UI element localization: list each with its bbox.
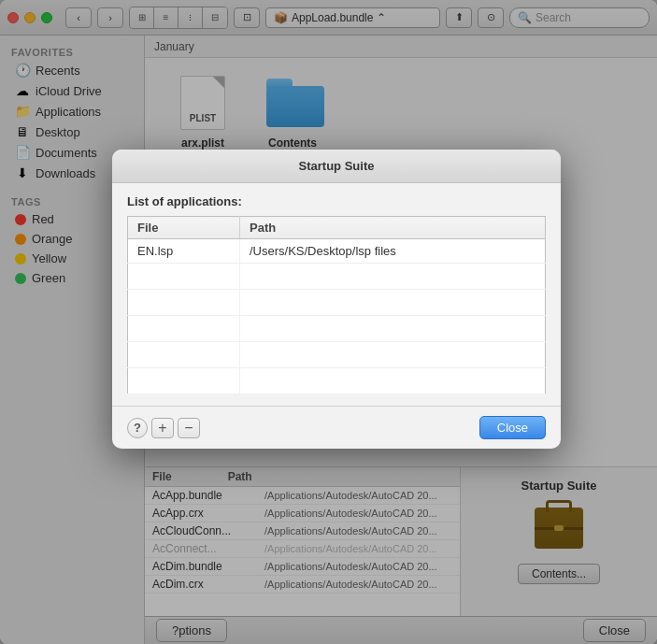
modal-list-label: List of applications: (127, 194, 546, 208)
modal-footer-left: ? + − (127, 418, 200, 438)
empty-cell (128, 316, 240, 342)
modal-empty-row (128, 368, 546, 394)
empty-cell (240, 342, 546, 368)
empty-cell (128, 342, 240, 368)
modal-title: Startup Suite (112, 150, 561, 183)
modal-empty-row (128, 290, 546, 316)
modal-col-path: Path (240, 217, 546, 239)
modal-overlay: Startup Suite List of applications: File… (0, 0, 657, 644)
startup-suite-modal: Startup Suite List of applications: File… (112, 150, 561, 449)
empty-cell (128, 264, 240, 290)
empty-cell (240, 316, 546, 342)
empty-cell (240, 264, 546, 290)
remove-button[interactable]: − (178, 418, 200, 438)
modal-row-file: EN.lsp (128, 239, 240, 264)
modal-body: List of applications: File Path EN.lsp /… (112, 183, 561, 406)
modal-table-row[interactable]: EN.lsp /Users/KS/Desktop/lsp files (128, 239, 546, 264)
empty-cell (240, 368, 546, 394)
add-button[interactable]: + (151, 418, 174, 438)
empty-cell (240, 290, 546, 316)
empty-cell (128, 290, 240, 316)
help-button[interactable]: ? (127, 418, 148, 438)
modal-empty-row (128, 316, 546, 342)
modal-table: File Path EN.lsp /Users/KS/Desktop/lsp f… (127, 216, 546, 394)
modal-footer: ? + − Close (112, 406, 561, 449)
modal-empty-row (128, 342, 546, 368)
modal-empty-row (128, 264, 546, 290)
empty-cell (128, 368, 240, 394)
modal-close-button[interactable]: Close (479, 416, 546, 439)
modal-col-file: File (128, 217, 240, 239)
modal-row-path: /Users/KS/Desktop/lsp files (240, 239, 546, 264)
